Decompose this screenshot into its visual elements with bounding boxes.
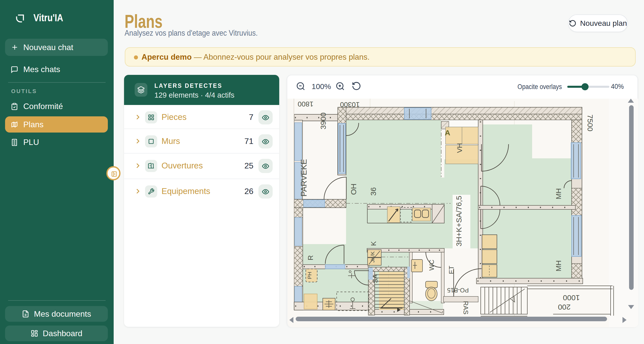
svg-text:7500: 7500: [586, 115, 594, 132]
svg-text:PARVEKE: PARVEKE: [299, 159, 308, 197]
svg-text:3H+K+SA/76,5: 3H+K+SA/76,5: [455, 196, 463, 246]
svg-text:K: K: [370, 241, 377, 246]
svg-text:36: 36: [369, 187, 377, 196]
svg-text:PO-B15: PO-B15: [447, 287, 469, 294]
svg-text:1800: 1800: [298, 100, 313, 108]
svg-text:10300: 10300: [340, 101, 360, 109]
svg-text:3900: 3900: [319, 113, 327, 130]
svg-text:OH: OH: [349, 184, 358, 195]
svg-text:VH: VH: [456, 143, 464, 153]
svg-text:A: A: [445, 128, 450, 137]
svg-text:MH: MH: [555, 260, 562, 271]
svg-text:200: 200: [558, 303, 571, 311]
svg-text:PH: PH: [307, 272, 312, 279]
svg-text:ET: ET: [448, 266, 455, 274]
svg-text:1000: 1000: [563, 294, 580, 302]
svg-text:WC: WC: [428, 260, 435, 270]
svg-text:MH: MH: [555, 188, 562, 199]
svg-text:R: R: [307, 255, 314, 260]
svg-text:SA: SA: [371, 274, 379, 283]
svg-text:JK/K: JK/K: [370, 251, 375, 263]
